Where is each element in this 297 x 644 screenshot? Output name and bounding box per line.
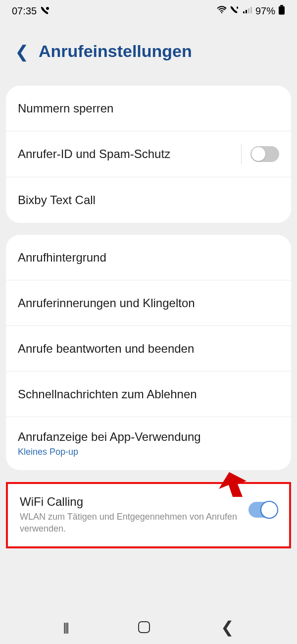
settings-group-1: Nummern sperren Anrufer-ID und Spam-Schu…	[6, 86, 291, 223]
svg-text:6: 6	[224, 6, 226, 10]
row-block-numbers[interactable]: Nummern sperren	[6, 86, 291, 131]
svg-rect-3	[243, 11, 245, 13]
row-quick-decline-messages[interactable]: Schnellnachrichten zum Ablehnen	[6, 372, 291, 417]
row-call-background[interactable]: Anrufhintergrund	[6, 235, 291, 280]
row-title: Anrufer-ID und Spam-Schutz	[18, 147, 236, 161]
row-title: Anrufhintergrund	[18, 251, 279, 265]
row-title: Anruferinnerungen und Klingelton	[18, 296, 279, 310]
status-time: 07:35	[12, 5, 37, 17]
svg-point-0	[46, 7, 49, 10]
back-icon[interactable]: ❮	[15, 43, 29, 60]
svg-point-1	[221, 12, 223, 13]
recents-button[interactable]: |||	[63, 620, 68, 634]
svg-rect-7	[280, 5, 283, 6]
status-bar: 07:35 6 97%	[0, 0, 297, 22]
separator	[241, 144, 242, 164]
wifi-calling-toggle[interactable]	[248, 502, 277, 518]
svg-rect-5	[248, 8, 249, 13]
row-title: Schnellnachrichten zum Ablehnen	[18, 387, 279, 401]
battery-icon	[278, 5, 285, 17]
settings-group-2: Anrufhintergrund Anruferinnerungen und K…	[6, 235, 291, 470]
row-title: Anrufe beantworten und beenden	[18, 342, 279, 356]
signal-icon	[243, 6, 252, 16]
row-wifi-calling[interactable]: WiFi Calling WLAN zum Tätigen und Entgeg…	[8, 484, 289, 546]
svg-rect-4	[246, 10, 247, 13]
home-button[interactable]	[138, 621, 150, 633]
svg-rect-8	[279, 6, 285, 15]
svg-rect-6	[250, 7, 252, 13]
row-bixby-text-call[interactable]: Bixby Text Call	[6, 177, 291, 223]
row-title: Nummern sperren	[18, 102, 279, 115]
row-call-display-while-apps[interactable]: Anrufanzeige bei App-Verwendung Kleines …	[6, 417, 291, 470]
row-subtitle: Kleines Pop-up	[18, 447, 279, 457]
row-caller-id-spam[interactable]: Anrufer-ID und Spam-Schutz	[6, 131, 291, 177]
row-call-reminders-ringtone[interactable]: Anruferinnerungen und Klingelton	[6, 280, 291, 326]
row-title: Bixby Text Call	[18, 193, 279, 207]
navigation-bar: ||| ❮	[0, 610, 297, 644]
page-header: ❮ Anrufeinstellungen	[0, 22, 297, 86]
wifi-icon: 6	[217, 6, 227, 16]
vowifi-icon	[230, 6, 240, 16]
battery-text: 97%	[255, 5, 275, 17]
row-answer-end-calls[interactable]: Anrufe beantworten und beenden	[6, 326, 291, 372]
row-description: WLAN zum Tätigen und Entgegennehmen von …	[20, 511, 248, 535]
back-button[interactable]: ❮	[221, 618, 234, 637]
wifi-calling-status-icon	[40, 5, 50, 17]
row-title: Anrufanzeige bei App-Verwendung	[18, 430, 279, 444]
highlighted-wifi-calling: WiFi Calling WLAN zum Tätigen und Entgeg…	[6, 482, 291, 548]
caller-id-toggle[interactable]	[250, 146, 279, 162]
row-title: WiFi Calling	[20, 495, 248, 509]
page-title: Anrufeinstellungen	[39, 42, 192, 61]
